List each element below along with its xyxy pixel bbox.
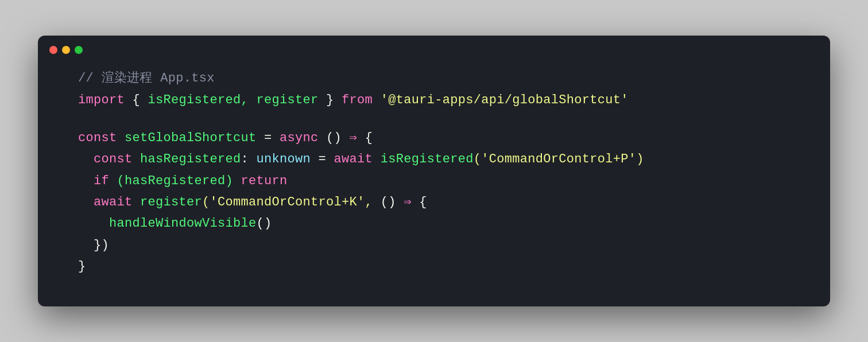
await-2: await [78, 192, 140, 213]
paren-hasreg: (hasRegistered) [117, 170, 234, 192]
arg-2-open: ('CommandOrControl+K', [202, 192, 381, 213]
titlebar [38, 36, 830, 62]
code-line-register: await register ('CommandOrControl+K', ()… [78, 192, 796, 213]
code-line-close-arg: }) [78, 235, 796, 256]
code-line-handle: handleWindowVisible () [78, 213, 796, 234]
const-keyword-1: const [78, 127, 125, 149]
comment-text: // 渲染进程 App.tsx [78, 68, 215, 89]
code-line-if: if (hasRegistered) return [78, 170, 796, 192]
import-keyword: import [78, 90, 125, 111]
maximize-dot[interactable] [75, 46, 83, 54]
type-unknown: unknown [257, 149, 311, 170]
arrow-2: ⇒ [404, 192, 412, 213]
var-hasreg: hasRegistered [140, 149, 241, 170]
colon-type: : [241, 149, 257, 170]
minimize-dot[interactable] [62, 46, 70, 54]
isregistered-call: isRegistered [381, 149, 474, 170]
handle-fn: handleWindowVisible [78, 213, 257, 234]
close-dot[interactable] [49, 46, 57, 54]
brace-open-1: { [357, 127, 373, 149]
arg-1: ('CommandOrControl+P') [474, 149, 644, 170]
register-call: register [140, 192, 202, 213]
arrow-1: ⇒ [350, 127, 358, 149]
arg2-brace: { [412, 192, 427, 213]
const-keyword-2: const [78, 149, 140, 170]
return-keyword: return [233, 170, 288, 192]
if-keyword: if [78, 170, 117, 192]
fn-name: setGlobalShortcut [125, 127, 257, 149]
handle-paren: () [257, 213, 272, 234]
await-1: await [334, 149, 381, 170]
assign-1: = [257, 127, 280, 149]
code-block: // 渲染进程 App.tsx import { isRegistered, r… [38, 62, 830, 283]
import-fns: isRegistered, register [148, 90, 319, 111]
arrow2-paren: () [381, 192, 404, 213]
close-brace-fn: } [78, 256, 86, 277]
arrow-paren-1: () [319, 127, 350, 149]
code-line-const-fn: const setGlobalShortcut = async () ⇒ { [78, 127, 796, 149]
code-window: // 渲染进程 App.tsx import { isRegistered, r… [38, 36, 830, 306]
async-keyword: async [280, 127, 319, 149]
code-line-import: import { isRegistered, register } from '… [78, 90, 796, 111]
close-brace-arg: }) [78, 235, 109, 256]
code-line-comment: // 渲染进程 App.tsx [78, 68, 796, 89]
import-path: '@tauri-apps/api/globalShortcut' [381, 90, 629, 111]
code-line-hasreg: const hasRegistered : unknown = await is… [78, 149, 796, 170]
eq-1: = [311, 149, 334, 170]
import-brace-open: { [125, 90, 148, 111]
blank-line-1 [78, 111, 796, 127]
code-line-close-fn: } [78, 256, 796, 277]
from-keyword: from [334, 90, 381, 111]
import-brace-close: } [319, 90, 334, 111]
